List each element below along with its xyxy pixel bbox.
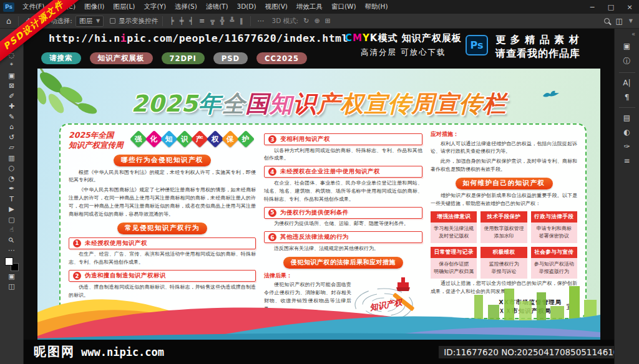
measure-card-1: 技术手段保护使用数字版权管理添加水印 xyxy=(480,211,527,243)
measure-card-2: 行政与法律手段申请专利和商标签署保密协议 xyxy=(531,211,577,243)
3d-mode-icon-2[interactable]: ⊞ xyxy=(325,17,331,25)
layers-panel-icon[interactable]: ▤ xyxy=(623,113,630,122)
magic-wand-tool-icon[interactable]: ＊ xyxy=(4,60,20,71)
close-button[interactable]: × xyxy=(620,0,639,14)
paragraph: 根据《中华人民共和国专利法》的规定，未经专利权人许可，实施其专利，即侵犯其专利权… xyxy=(69,169,256,185)
measure-card-title: 增强法律意识 xyxy=(431,211,477,223)
more-tools-icon[interactable]: ⋯ xyxy=(4,246,20,256)
frame-tool-icon[interactable]: ⊠ xyxy=(4,81,20,92)
column-middle: 3变相利用知识产权以各种方式利用相同或近似的商标、特殊标志、专利、作品和其他创作… xyxy=(264,130,422,312)
3d-mode-icon-0[interactable]: ↻ xyxy=(303,17,309,25)
3d-mode-icon-1[interactable]: ⊕ xyxy=(314,17,320,25)
align-icon-5[interactable]: ╬ xyxy=(220,17,225,25)
crop-tool-icon[interactable]: ▣ xyxy=(4,70,20,81)
foreground-color-swatch[interactable] xyxy=(5,257,13,266)
slogan-diamond: 识 xyxy=(175,130,193,148)
minimize-button[interactable]: ─ xyxy=(583,0,602,14)
collapse-panels-icon[interactable]: « xyxy=(632,31,635,37)
menu-item-11[interactable]: 帮助(H) xyxy=(361,2,393,11)
item-number-badge: 5 xyxy=(268,209,276,217)
align-icon-6[interactable]: ╩ xyxy=(230,17,234,25)
menu-item-8[interactable]: 视图(V) xyxy=(261,2,292,11)
align-buttons: ╞╪╡≡╦╬╩‖ xyxy=(170,17,243,25)
watermark-bar: 昵图网 www.nipic.com ID:11677620 NO:2025041… xyxy=(24,340,639,364)
menu-item-2[interactable]: 图像(I) xyxy=(80,2,109,11)
eyedropper-tool-icon[interactable]: ✐ xyxy=(4,91,20,102)
paths-panel-icon[interactable]: ✑ xyxy=(623,142,630,151)
paragraph-panel-icon[interactable]: ¶ xyxy=(625,93,630,102)
image-id-text: ID:11677620 NO:20250417085051146104 xyxy=(439,346,629,358)
column-right: 应对措施： 权利人可以通过法律途径维护自己的权益，包括向法院提起诉讼、请求行政机… xyxy=(431,130,577,312)
channels-panel-icon[interactable]: ◐ xyxy=(623,128,630,136)
info-panel-icon[interactable]: ⓘ xyxy=(623,56,631,67)
screen-mode-icon[interactable]: ◫ xyxy=(4,282,20,292)
workspace-switcher-icon[interactable]: ◫ xyxy=(616,17,623,26)
title-char: 5 xyxy=(182,90,198,117)
menu-item-10[interactable]: 窗口(W) xyxy=(327,2,361,11)
align-icon-4[interactable]: ╦ xyxy=(210,17,215,25)
quick-mask-icon[interactable]: ▣ xyxy=(4,271,20,282)
title-char: 2 xyxy=(132,90,149,117)
chevron-down-icon: ▼ xyxy=(96,18,100,24)
zoom-tool-icon[interactable]: ⚲ xyxy=(4,235,20,246)
panel-divider xyxy=(619,72,635,73)
hand-tool-icon[interactable]: ☝ xyxy=(4,225,20,236)
path-select-tool-icon[interactable]: ▶ xyxy=(4,204,20,215)
search-icon[interactable] xyxy=(604,18,610,24)
section-banner: 哪些行为会侵犯知识产权 xyxy=(114,155,211,166)
item-number-badge: 6 xyxy=(268,233,276,241)
history-brush-tool-icon[interactable]: ↺ xyxy=(4,132,20,143)
3d-mode-label: 3D 模式: xyxy=(272,17,299,26)
healing-brush-tool-icon[interactable]: ✚ xyxy=(4,102,20,112)
restore-button[interactable]: □ xyxy=(602,0,620,14)
menu-item-5[interactable]: 选择(S) xyxy=(170,2,202,11)
xuan-stamp: 宣 xyxy=(567,302,573,312)
violation-item-title: 5为侵权行为提供便利条件 xyxy=(264,207,422,219)
slogan-diamond: 护 xyxy=(237,130,254,148)
tag-pill-1: 知识产权展板 xyxy=(90,52,153,64)
menu-item-6[interactable]: 滤镜(T) xyxy=(202,2,233,11)
menu-item-9[interactable]: 增效工具 xyxy=(292,2,327,11)
clone-stamp-tool-icon[interactable]: ⌂ xyxy=(4,122,20,133)
promo-text: 更 多 精 品 素 材 请查看我的作品库 xyxy=(495,33,580,60)
pen-tool-icon[interactable]: ✒ xyxy=(4,184,20,194)
character-panel-icon[interactable]: A| xyxy=(623,79,630,87)
align-icon-1[interactable]: ╪ xyxy=(180,17,184,25)
paragraph: 权利人可以通过法律途径维护自己的权益，包括向法院提起诉讼、请求行政机关查处侵权行… xyxy=(431,140,577,156)
chevron-down-icon[interactable]: ▼ xyxy=(629,18,633,24)
tag-pill-2: 72DPI xyxy=(162,52,205,64)
layer-select-dropdown[interactable]: 图层 ▼ xyxy=(76,16,104,27)
menu-item-7[interactable]: 3D(D) xyxy=(232,2,260,11)
left-header-title: 2025年全国 知识产权宣传周 xyxy=(69,130,124,151)
align-icon-3[interactable]: ≡ xyxy=(199,17,205,25)
align-icon-7[interactable]: ‖ xyxy=(240,17,243,25)
menu-item-3[interactable]: 图层(L) xyxy=(109,2,139,11)
slogan-diamond: 保 xyxy=(222,130,239,148)
dodge-tool-icon[interactable]: ◔ xyxy=(4,173,20,184)
more-options-icon[interactable]: ⋯ xyxy=(258,17,265,25)
paragraph: 此外，加强自身的知识产权保护意识，及时申请专利、商标和著作权也是预防侵权的有效手… xyxy=(431,158,577,174)
menubar: 文件(F)编辑(E)图像(I)图层(L)文字(Y)选择(S)滤镜(T)3D(D)… xyxy=(18,2,393,11)
slogan-diamond: 化 xyxy=(145,130,162,148)
legal-consequence-body: 侵犯知识产权的行为可能会面临责令停止侵权行为、消除影响、封存相关财物、收缴并销毁… xyxy=(264,281,351,314)
window-controls: ─ □ × xyxy=(583,0,639,14)
align-icon-2[interactable]: ╡ xyxy=(189,17,193,25)
properties-panel-icon[interactable]: ≡ xyxy=(623,156,630,165)
shape-tool-icon[interactable]: ▢ xyxy=(4,214,20,225)
type-tool-icon[interactable]: T xyxy=(4,194,20,204)
show-transform-checkbox[interactable] xyxy=(110,18,115,24)
brush-tool-icon[interactable]: ✎ xyxy=(4,112,20,122)
tools-panel: »▭◌＊▣⊠✐✚✎⌂↺▱▥○◔✒T▶▢☝⚲⋯▣◫ xyxy=(0,29,24,364)
measure-card-4: 积极维权监控侵权行为举报与诉讼 xyxy=(480,247,527,279)
measures-label: 应对措施： xyxy=(431,130,577,138)
menu-item-4[interactable]: 文字(Y) xyxy=(139,2,170,11)
align-icon-0[interactable]: ╞ xyxy=(170,17,174,25)
violation-item-body: 为侵权行为提供场所、仓储、运输、邮寄、隐匿等便利条件。 xyxy=(264,220,422,228)
libraries-panel-icon[interactable]: ▣ xyxy=(623,42,630,50)
eraser-tool-icon[interactable]: ▱ xyxy=(4,143,20,153)
home-icon[interactable]: ⌂ xyxy=(6,16,11,26)
color-swatches[interactable] xyxy=(5,257,19,271)
gradient-tool-icon[interactable]: ▥ xyxy=(4,153,20,163)
blur-tool-icon[interactable]: ○ xyxy=(4,163,20,174)
measure-card-body: 使用数字版权管理添加水印 xyxy=(480,223,527,243)
